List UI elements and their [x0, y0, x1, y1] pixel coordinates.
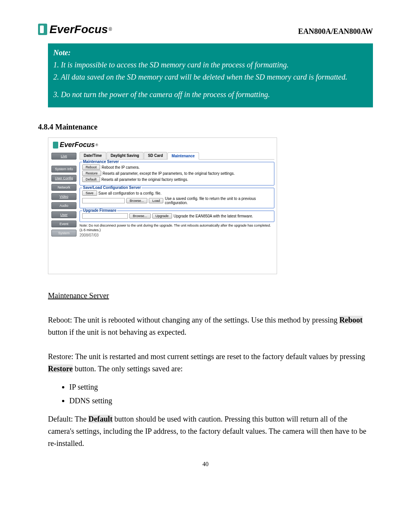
list-item: DDNS setting — [69, 395, 373, 407]
default-button[interactable]: Default — [82, 177, 100, 182]
maintenance-server-heading: Maintenance Server — [48, 289, 373, 302]
list-item: IP setting — [69, 381, 373, 393]
app-date: 2008/07/03 — [80, 233, 274, 237]
app-registered-icon: ® — [96, 143, 98, 147]
legend-maintenance-server: Maintenance Server — [82, 160, 120, 164]
default-desc: Resets all parameter to the original fac… — [102, 177, 188, 182]
legend-upgrade-firmware: Upgrade Firmware — [82, 208, 117, 212]
sidebar-item-system[interactable]: System — [51, 230, 76, 236]
model-number: EAN800A/EAN800AW — [298, 27, 373, 36]
default-bold: Default — [88, 415, 112, 423]
save-button[interactable]: Save — [82, 190, 97, 196]
app-logo-mark-icon — [53, 142, 58, 149]
load-desc: Use a saved config. file to return the u… — [165, 197, 272, 205]
browse-upgrade-button[interactable]: Browse... — [129, 213, 151, 219]
upgrade-desc: Upgrade the EAN850A with the latest firm… — [174, 214, 253, 218]
upgrade-file-input[interactable] — [82, 213, 128, 219]
body-text: Maintenance Server Reboot: The unit is r… — [48, 289, 373, 449]
registered-icon: ® — [108, 27, 112, 32]
reboot-button[interactable]: Reboot — [82, 165, 100, 170]
reboot-paragraph: Reboot: The unit is rebooted without cha… — [48, 314, 373, 338]
legend-save-load: Save/Load Configuration Server — [82, 185, 142, 190]
tab-datetime[interactable]: Date/Time — [80, 152, 106, 159]
note-line-1: 1. It is impossible to access the SD mem… — [53, 59, 368, 71]
restore-saved-list: IP setting DDNS setting — [62, 381, 373, 407]
page-number: 40 — [38, 461, 373, 468]
note-title: Note: — [53, 46, 368, 59]
note-box: Note: 1. It is impossible to access the … — [48, 43, 373, 107]
app-sidebar: Live System Info User Config Network Vid… — [48, 151, 79, 274]
sidebar-item-event[interactable]: Event — [51, 220, 76, 227]
restore-paragraph: Restore: The unit is restarted and most … — [48, 350, 373, 375]
browse-load-button[interactable]: Browse... — [126, 198, 148, 203]
restore-button[interactable]: Restore — [82, 171, 101, 176]
sidebar-item-system-info[interactable]: System Info — [51, 166, 76, 173]
app-logo: EverFocus ® — [48, 138, 277, 151]
sidebar-item-user[interactable]: User — [51, 211, 76, 218]
logo-text: EverFocus — [49, 23, 108, 36]
tab-bar: Date/Time Daylight Saving SD Card Mainte… — [80, 152, 274, 160]
note-line-2: 2. All data saved on the SD memory card … — [53, 71, 368, 83]
default-paragraph: Default: The Default button should be us… — [48, 413, 373, 449]
tab-sd-card[interactable]: SD Card — [144, 152, 167, 159]
everfocus-logo: EverFocus ® — [38, 23, 112, 36]
section-heading: 4.8.4 Maintenance — [38, 123, 373, 131]
group-upgrade-firmware: Upgrade Firmware Browse... Upgrade Upgra… — [80, 211, 274, 222]
load-file-input[interactable] — [82, 198, 125, 203]
note-line-3: 3. Do not turn the power of the camera o… — [53, 88, 368, 101]
reboot-bold: Reboot — [339, 316, 363, 324]
app-screenshot: EverFocus ® Live System Info User Config… — [48, 137, 277, 274]
app-main: Date/Time Daylight Saving SD Card Mainte… — [79, 151, 277, 274]
sidebar-item-live[interactable]: Live — [51, 153, 76, 160]
sidebar-item-user-config[interactable]: User Config — [51, 175, 76, 182]
sidebar-item-network[interactable]: Network — [51, 184, 76, 191]
upgrade-button[interactable]: Upgrade — [152, 213, 172, 219]
group-maintenance-server: Maintenance Server Reboot Reboot the IP … — [80, 162, 274, 185]
logo-mark-icon — [38, 24, 47, 35]
restore-desc: Resets all parameter, except the IP para… — [103, 171, 235, 176]
sidebar-item-video[interactable]: Video — [51, 193, 76, 200]
sidebar-item-audio[interactable]: Audio — [51, 202, 76, 209]
app-logo-text: EverFocus — [60, 141, 95, 149]
group-save-load: Save/Load Configuration Server Save Save… — [80, 188, 274, 208]
tab-maintenance[interactable]: Maintenance — [167, 152, 199, 160]
page-header: EverFocus ® EAN800A/EAN800AW — [38, 23, 373, 36]
upgrade-note: Note: Do not disconnect power to the uni… — [80, 224, 274, 232]
reboot-desc: Reboot the IP camera. — [102, 165, 140, 169]
load-button[interactable]: Load — [149, 198, 163, 203]
save-desc: Save all configuration to a config. file… — [99, 191, 162, 195]
tab-daylight-saving[interactable]: Daylight Saving — [107, 152, 143, 159]
restore-bold: Restore — [48, 364, 73, 373]
